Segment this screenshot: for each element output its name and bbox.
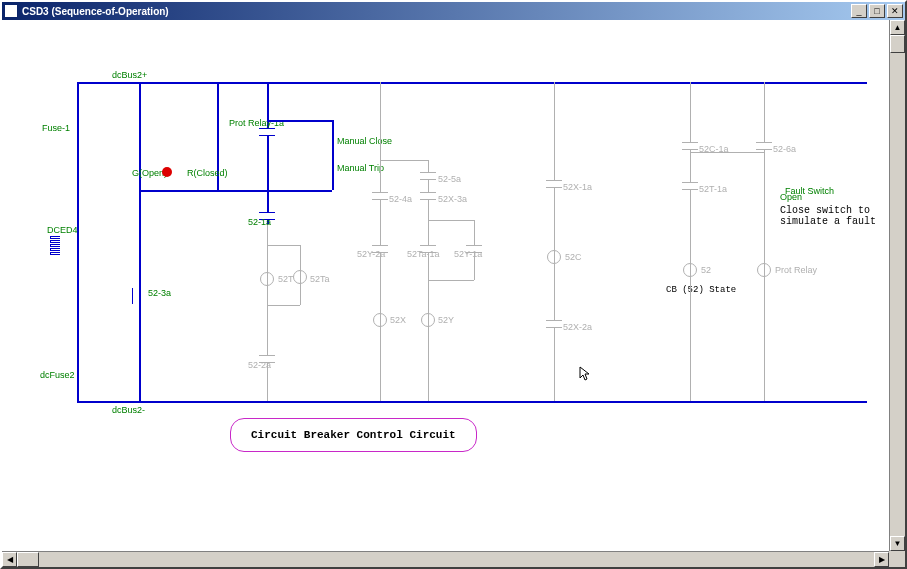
label-52ta-1a: 52Ta-1a [407,249,440,259]
coil-52 [683,263,697,277]
label-top-bus: dcBus2+ [112,70,147,80]
caption-text: Circuit Breaker Control Circuit [251,429,456,441]
contact-52t-1a [682,182,698,190]
dced-symbol [50,236,60,262]
coil-52t [260,272,274,286]
titlebar: CSD3 (Sequence-of-Operation) _ □ ✕ [2,2,905,20]
coil-52x [373,313,387,327]
label-prot-relay: Prot Relay [775,265,817,275]
label-52-5a: 52-5a [438,174,461,184]
label-cb-state: CB (52) State [666,285,736,295]
scrollbar-corner [889,551,905,567]
maximize-button[interactable]: □ [869,4,885,18]
contact-52-5a [420,172,436,180]
label-fault-open: Open [780,192,802,202]
label-52x-1a: 52X-1a [563,182,592,192]
minimize-button[interactable]: _ [851,4,867,18]
contact-52-6a [756,142,772,150]
label-fuse-1: Fuse-1 [42,123,70,133]
label-52-2a: 52-2a [248,360,271,370]
label-bottom-bus: dcBus2- [112,405,145,415]
label-52-3a: 52-3a [148,288,171,298]
label-manual-trip: Manual Trip [337,163,384,173]
contact-52x-1a [546,180,562,188]
contact-52-4a [372,192,388,200]
coil-52ta [293,270,307,284]
window-title: CSD3 (Sequence-of-Operation) [22,6,849,17]
scroll-up-button[interactable]: ▲ [890,20,905,35]
label-52t-1a: 52T-1a [699,184,727,194]
label-dcfuse2: dcFuse2 [40,370,75,380]
label-fault-note: Close switch to simulate a fault [780,205,889,227]
vertical-scrollbar[interactable]: ▲ ▼ [889,20,905,551]
diagram-canvas[interactable]: dcBus2+ dcBus2- Fuse-1 DCED4 dcFuse2 52-… [2,20,889,551]
label-manual-close: Manual Close [337,136,392,146]
label-52x-3a: 52X-3a [438,194,467,204]
app-icon [4,4,18,18]
coil-52c [547,250,561,264]
label-52x: 52X [390,315,406,325]
coil-52y [421,313,435,327]
scroll-down-button[interactable]: ▼ [890,536,905,551]
label-52x-2a: 52X-2a [563,322,592,332]
label-52ta: 52Ta [310,274,330,284]
coil-prot-relay [757,263,771,277]
label-52-1a: 52-1a [248,217,271,227]
contact-52-3a [132,288,140,304]
contact-52x-2a [546,320,562,328]
label-52: 52 [701,265,711,275]
label-52y-2a: 52Y-2a [357,249,385,259]
label-52-6a: 52-6a [773,144,796,154]
label-52y: 52Y [438,315,454,325]
label-dced4: DCED4 [47,225,78,235]
scroll-right-button[interactable]: ▶ [874,552,889,567]
label-52y-1a: 52Y-1a [454,249,482,259]
scroll-left-button[interactable]: ◀ [2,552,17,567]
contact-52x-3a [420,192,436,200]
contact-prot-relay-1a [259,128,275,136]
contact-52c-1a [682,142,698,150]
vertical-scroll-thumb[interactable] [890,35,905,53]
horizontal-scroll-thumb[interactable] [17,552,39,567]
label-52-4a: 52-4a [389,194,412,204]
horizontal-scrollbar[interactable]: ◀ ▶ [2,551,889,567]
close-button[interactable]: ✕ [887,4,903,18]
label-r-closed: R(Closed) [187,168,228,178]
app-window: CSD3 (Sequence-of-Operation) _ □ ✕ dcBus… [0,0,907,569]
mouse-cursor-icon [579,366,595,382]
open-indicator-dot [162,167,172,177]
label-52t: 52T [278,274,294,284]
caption-box: Circuit Breaker Control Circuit [230,418,477,452]
label-52c: 52C [565,252,582,262]
